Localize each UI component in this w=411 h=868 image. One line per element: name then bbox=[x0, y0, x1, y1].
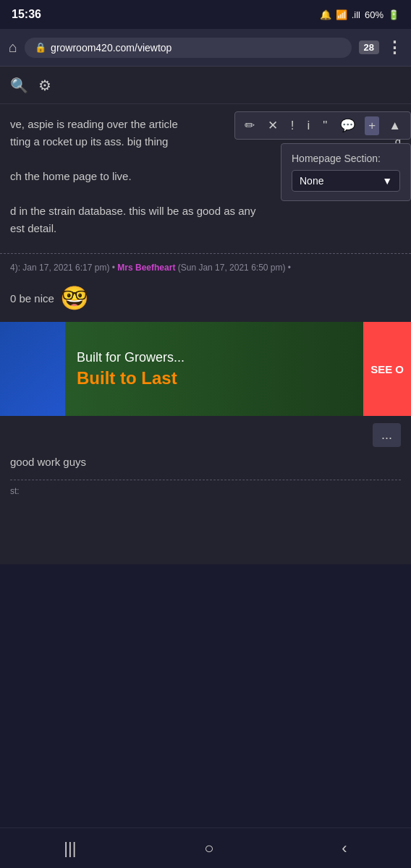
reaction-text: 0 be nice bbox=[10, 292, 54, 305]
ad-line2: Built to Last bbox=[77, 368, 399, 388]
post-date-2: (Sun Jan 17, 2021 6:50 pm) bbox=[178, 263, 286, 273]
second-separator bbox=[10, 480, 401, 480]
second-post-area: ... good work guys st: bbox=[0, 416, 411, 564]
signal-icon: .ill bbox=[352, 9, 360, 20]
battery-percent: 60% bbox=[365, 9, 384, 20]
post-author[interactable]: Mrs Beefheart bbox=[117, 263, 175, 273]
post-bullet: • bbox=[112, 263, 115, 273]
nav-recent-apps-button[interactable]: ||| bbox=[64, 839, 76, 858]
alarm-icon: 🔔 bbox=[320, 9, 331, 20]
dropdown-arrow: ▼ bbox=[382, 175, 392, 187]
status-time: 15:36 bbox=[12, 8, 41, 21]
dropdown-label: Homepage Section: bbox=[292, 153, 400, 164]
second-meta: st: bbox=[10, 483, 401, 499]
battery-icon: 🔋 bbox=[388, 9, 399, 20]
search-icon[interactable]: 🔍 bbox=[10, 77, 28, 94]
ad-cta[interactable]: SEE O bbox=[363, 322, 411, 416]
lock-icon: 🔒 bbox=[35, 42, 46, 53]
browser-bar: ⌂ 🔒 growroom420.com/viewtop 28 ⋮ bbox=[0, 29, 411, 67]
nav-home-button[interactable]: ○ bbox=[204, 839, 213, 858]
nav-back-button[interactable]: ‹ bbox=[342, 839, 347, 858]
home-icon[interactable]: ⌂ bbox=[9, 39, 17, 56]
comment-button[interactable]: 💬 bbox=[336, 116, 359, 135]
post-separator bbox=[0, 253, 411, 254]
second-post-text: good work guys bbox=[10, 453, 401, 477]
alert-button[interactable]: ! bbox=[287, 116, 298, 135]
info-button[interactable]: i bbox=[303, 116, 313, 135]
ad-text-area: Built for Growers... Built to Last bbox=[65, 340, 411, 399]
post-meta: 4): Jan 17, 2021 6:17 pm) • Mrs Beefhear… bbox=[0, 258, 411, 277]
homepage-section-panel: Homepage Section: None ▼ bbox=[281, 143, 411, 201]
post-action-dots: ... bbox=[10, 423, 401, 447]
emoji-icon: 🤓 bbox=[60, 284, 89, 312]
browser-menu-icon[interactable]: ⋮ bbox=[386, 38, 402, 57]
ad-line1: Built for Growers... bbox=[77, 350, 399, 365]
floating-toolbar: ✏ ✕ ! i " 💬 + ▲ bbox=[234, 111, 411, 140]
post-text-5: d in the strain database. this will be a… bbox=[10, 203, 401, 220]
content-area: ✏ ✕ ! i " 💬 + ▲ Homepage Section: None ▼… bbox=[0, 104, 411, 322]
dropdown-value: None bbox=[300, 175, 323, 187]
page-toolbar: 🔍 ⚙ bbox=[0, 67, 411, 104]
tab-count[interactable]: 28 bbox=[359, 41, 379, 54]
ad-banner[interactable]: Built for Growers... Built to Last SEE O bbox=[0, 322, 411, 416]
reaction-row: 0 be nice 🤓 bbox=[0, 277, 411, 322]
status-icons: 🔔 📶 .ill 60% 🔋 bbox=[320, 9, 399, 20]
floating-toolbar-container: ✏ ✕ ! i " 💬 + ▲ Homepage Section: None ▼ bbox=[234, 111, 411, 140]
post-suffix: • bbox=[288, 263, 291, 273]
chevron-up-icon[interactable]: ▲ bbox=[385, 116, 404, 135]
add-button[interactable]: + bbox=[365, 116, 379, 135]
ad-blue-bag bbox=[0, 322, 65, 416]
post-date-1: Jan 17, 2021 6:17 pm) bbox=[22, 263, 109, 273]
wifi-icon: 📶 bbox=[336, 9, 347, 20]
dots-menu-button[interactable]: ... bbox=[373, 423, 401, 447]
dropdown-select[interactable]: None ▼ bbox=[292, 170, 400, 192]
status-bar: 15:36 🔔 📶 .ill 60% 🔋 bbox=[0, 0, 411, 29]
url-text: growroom420.com/viewtop bbox=[51, 42, 341, 54]
post-meta-prefix: 4): bbox=[10, 263, 20, 273]
post-text-6: est detail. bbox=[10, 220, 401, 237]
settings-icon[interactable]: ⚙ bbox=[38, 77, 51, 94]
edit-button[interactable]: ✏ bbox=[241, 116, 258, 135]
close-button[interactable]: ✕ bbox=[264, 116, 281, 135]
nav-bar: ||| ○ ‹ bbox=[0, 827, 411, 868]
url-bar[interactable]: 🔒 growroom420.com/viewtop bbox=[25, 38, 351, 58]
quote-button[interactable]: " bbox=[319, 116, 331, 135]
